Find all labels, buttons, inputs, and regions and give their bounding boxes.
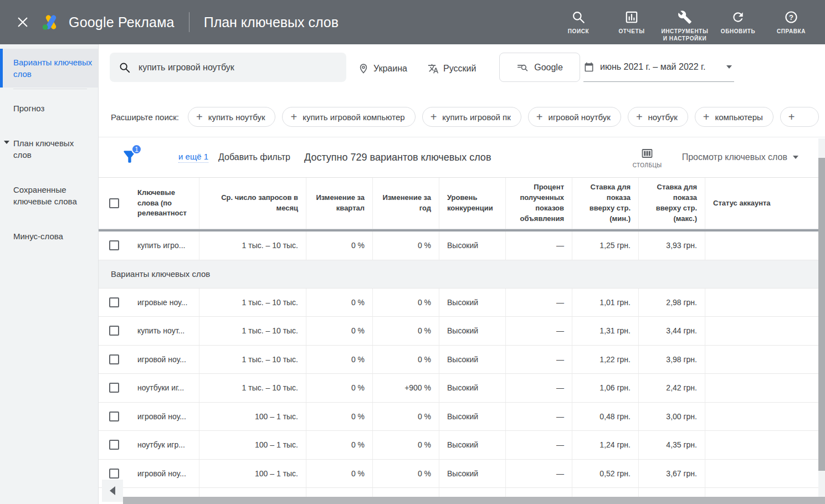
account-status-cell <box>705 460 818 488</box>
sidebar-item-saved-keywords[interactable]: Сохраненные ключевые слова <box>0 176 98 215</box>
row-checkbox[interactable] <box>109 412 119 421</box>
impression-share-cell: — <box>506 317 572 345</box>
filter-button[interactable]: 1 <box>121 148 140 167</box>
table-row[interactable]: игровой ноу... 1 тыс. – 10 тыс. 0 % 0 % … <box>99 346 818 374</box>
bid-min-cell: 1,01 грн. <box>572 289 639 317</box>
location-selector[interactable]: Украина <box>358 44 407 93</box>
help-action-button[interactable]: ? СПРАВКА <box>767 2 815 35</box>
network-selector[interactable]: Google <box>499 53 580 82</box>
chevron-down-icon[interactable] <box>4 141 9 144</box>
year-change-cell: 0 % <box>373 289 439 317</box>
tools-settings-action-button[interactable]: ИНСТРУМЕНТЫ И НАСТРОЙКИ <box>661 2 709 43</box>
competition-cell: Высокий <box>439 289 506 317</box>
keywords-table: Ключевые слова (по релевантност Ср. числ… <box>99 177 818 504</box>
close-icon[interactable] <box>14 14 31 30</box>
add-filter-button[interactable]: Добавить фильтр <box>218 152 290 162</box>
bid-min-cell: 1,31 грн. <box>572 317 639 345</box>
reports-action-button[interactable]: ОТЧЕТЫ <box>608 2 655 35</box>
sidebar-item-keyword-plan[interactable]: План ключевых слов <box>0 130 98 168</box>
row-checkbox[interactable] <box>109 297 119 307</box>
horizontal-scrollbar-thumb[interactable] <box>123 497 825 504</box>
google-ads-brand: Google Реклама <box>41 13 175 31</box>
quarter-change-cell: 0 % <box>306 460 373 488</box>
header-searches[interactable]: Ср. число запросов в месяц <box>199 178 306 229</box>
row-checkbox[interactable] <box>109 383 119 393</box>
header-competition[interactable]: Уровень конкуренции <box>439 178 506 229</box>
year-change-cell: 0 % <box>373 460 439 488</box>
bid-min-cell: 1,25 грн. <box>572 232 639 260</box>
select-all-checkbox[interactable] <box>109 198 119 208</box>
scroll-left-button[interactable] <box>102 480 123 502</box>
location-pin-icon <box>358 63 369 74</box>
view-selector[interactable]: Просмотр ключевых слов <box>682 152 798 162</box>
competition-cell: Высокий <box>439 374 506 402</box>
year-change-cell: 0 % <box>373 317 439 345</box>
refresh-icon <box>731 10 745 24</box>
sidebar-item-keyword-ideas[interactable]: Варианты ключевых слов <box>0 49 98 88</box>
keyword-chip[interactable]: +компьютеры <box>695 107 773 127</box>
sidebar-item-negative-keywords[interactable]: Минус-слова <box>0 223 98 250</box>
table-row[interactable]: ноутбуки иг... 1 тыс. – 10 тыс. 0 % +900… <box>99 374 818 403</box>
bid-min-cell: 0,48 грн. <box>572 403 639 431</box>
header-bid-max[interactable]: Ставка для показа вверху стр. (макс.) <box>639 178 705 229</box>
header-account-status[interactable]: Статус аккаунта <box>705 178 818 229</box>
header-impression-share[interactable]: Процент полученных показов объявления <box>506 178 572 229</box>
search-action-button[interactable]: ПОИСК <box>555 2 602 35</box>
table-section-header: Варианты ключевых слов <box>99 260 818 289</box>
search-icon <box>571 10 586 24</box>
table-row[interactable]: купить игро... 1 тыс. – 10 тыс. 0 % 0 % … <box>99 232 818 260</box>
row-checkbox[interactable] <box>109 240 119 250</box>
expand-search-row: Расширьте поиск: +купить ноутбук +купить… <box>99 98 825 136</box>
keyword-cell: ноутбуки иг... <box>130 374 199 402</box>
header-quarter-change[interactable]: Изменение за квартал <box>306 178 373 229</box>
refresh-action-button[interactable]: ОБНОВИТЬ <box>714 2 762 35</box>
language-selector[interactable]: Русский <box>428 44 476 93</box>
chevron-down-icon <box>726 65 732 69</box>
account-status-cell <box>705 232 818 260</box>
keyword-search-box[interactable] <box>110 53 346 82</box>
year-change-cell: 0 % <box>373 431 439 459</box>
row-checkbox[interactable] <box>109 326 119 336</box>
table-row[interactable]: игровой ноу... 100 – 1 тыс. 0 % 0 % Высо… <box>99 460 818 488</box>
header-bid-min[interactable]: Ставка для показа вверху стр. (мин.) <box>572 178 639 229</box>
impression-share-cell: — <box>506 460 572 488</box>
keyword-chip-partial[interactable]: + <box>780 107 819 127</box>
columns-icon <box>640 147 654 160</box>
plus-icon: + <box>290 111 297 122</box>
plus-icon: + <box>536 111 543 122</box>
row-checkbox[interactable] <box>109 354 119 364</box>
row-checkbox[interactable] <box>109 469 119 479</box>
keyword-cell: игровые ноу... <box>130 289 199 317</box>
competition-cell: Высокий <box>439 317 506 345</box>
keyword-chip[interactable]: +ноутбук <box>628 107 688 127</box>
available-keywords-count: Доступно 729 вариантов ключевых слов <box>304 152 491 163</box>
sidebar-item-forecast[interactable]: Прогноз <box>0 95 98 122</box>
triangle-left-icon <box>110 486 115 495</box>
bid-max-cell: 3,93 грн. <box>639 232 705 260</box>
filter-bar: 1 и ещё 1 Добавить фильтр Доступно 729 в… <box>99 137 825 177</box>
year-change-cell: 0 % <box>373 346 439 374</box>
keyword-chip[interactable]: +купить игровой пк <box>422 107 521 127</box>
keyword-chip[interactable]: +игровой ноутбук <box>528 107 621 127</box>
keyword-chip[interactable]: +купить ноутбук <box>188 107 275 127</box>
vertical-scrollbar-thumb[interactable] <box>818 158 825 471</box>
bid-min-cell: 1,22 грн. <box>572 346 639 374</box>
quarter-change-cell: 0 % <box>306 374 373 402</box>
top-bar: Google Реклама План ключевых слов ПОИСК … <box>0 0 825 44</box>
date-range-selector[interactable]: июнь 2021 г. – май 2022 г. <box>583 53 734 82</box>
row-checkbox[interactable] <box>109 440 119 450</box>
search-toolbar: Украина Русский Google июнь 2021 г. – ма… <box>99 44 825 93</box>
main-content: Украина Русский Google июнь 2021 г. – ма… <box>99 44 825 504</box>
bid-max-cell: 3,00 грн. <box>639 403 705 431</box>
table-row[interactable]: ноутбук игр... 100 – 1 тыс. 0 % 0 % Высо… <box>99 431 818 460</box>
header-year-change[interactable]: Изменение за год <box>373 178 439 229</box>
keyword-chip[interactable]: +купить игровой компьютер <box>282 107 415 127</box>
columns-button[interactable]: СТОЛБЦЫ <box>633 147 662 168</box>
table-row[interactable]: игровые ноу... 1 тыс. – 10 тыс. 0 % 0 % … <box>99 289 818 317</box>
header-keyword[interactable]: Ключевые слова (по релевантност <box>130 178 199 229</box>
bid-max-cell: 4,35 грн. <box>639 431 705 459</box>
table-row[interactable]: купить ноут... 1 тыс. – 10 тыс. 0 % 0 % … <box>99 317 818 346</box>
more-filters-link[interactable]: и ещё 1 <box>178 152 208 163</box>
table-row[interactable]: игровой ноу... 100 – 1 тыс. 0 % 0 % Высо… <box>99 403 818 431</box>
search-input[interactable] <box>139 63 337 73</box>
